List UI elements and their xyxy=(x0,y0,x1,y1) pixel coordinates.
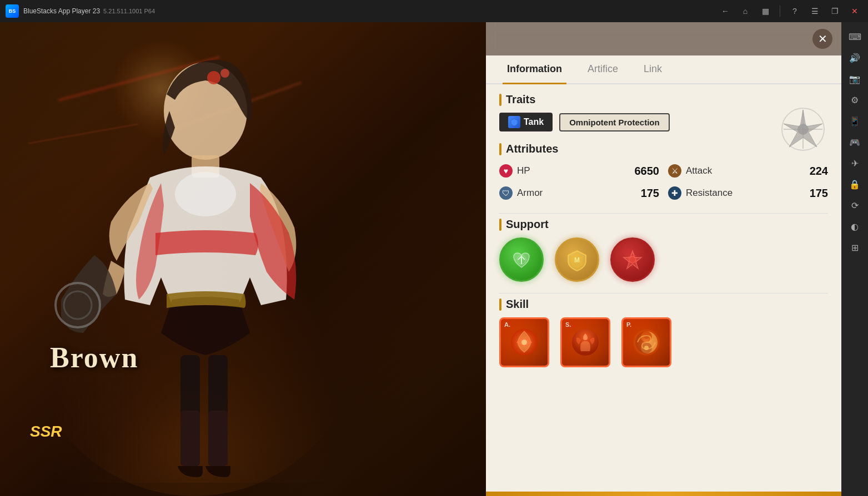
character-rank: SSR xyxy=(30,423,62,440)
hp-row: ♥ HP 6650 xyxy=(499,162,659,180)
phone-icon[interactable]: 📱 xyxy=(845,111,865,131)
bottom-divider xyxy=(486,492,841,496)
character-name: Brown xyxy=(50,341,138,374)
attack-icon: ⚔ xyxy=(668,164,681,178)
traits-row: Tank Omnipotent Protection xyxy=(499,113,828,131)
resistance-value: 175 xyxy=(810,187,828,200)
svg-text:M: M xyxy=(574,256,580,264)
attack-label-group: ⚔ Attack xyxy=(668,164,712,178)
resistance-label: Resistance xyxy=(686,188,732,199)
character-silhouette xyxy=(0,22,455,496)
resistance-label-group: ✚ Resistance xyxy=(668,186,732,200)
menu-button[interactable]: ☰ xyxy=(807,3,822,19)
airplane-icon[interactable]: ✈ xyxy=(845,153,865,173)
panel-header: ✕ xyxy=(486,22,841,55)
skill-item-a[interactable]: A. xyxy=(499,317,549,367)
window-controls: ← ⌂ ▦ ? ☰ ❐ ✕ xyxy=(718,3,862,19)
attack-label: Attack xyxy=(686,165,712,176)
lock-icon[interactable]: 🔒 xyxy=(845,174,865,194)
armor-value: 175 xyxy=(641,187,659,200)
traits-section: Traits Tank Omnipotent Protection xyxy=(499,93,828,131)
skill-label: Skill xyxy=(506,298,529,311)
omnipotent-badge: Omnipotent Protection xyxy=(559,113,670,131)
restore-button[interactable]: ❐ xyxy=(827,3,842,19)
attributes-grid: ♥ HP 6650 ⚔ Attack 224 xyxy=(499,162,828,202)
game-area: BrownSSR ✕ Information Artifice Link Tra… xyxy=(0,22,841,496)
gamepad-icon[interactable]: 🎮 xyxy=(845,132,865,152)
back-button[interactable]: ← xyxy=(718,3,733,19)
resistance-row: ✚ Resistance 175 xyxy=(668,184,828,202)
svg-rect-10 xyxy=(208,411,228,466)
support-icon-1[interactable] xyxy=(499,237,544,282)
attack-row: ⚔ Attack 224 xyxy=(668,162,828,180)
section-separator-2 xyxy=(499,293,828,293)
skill-s-svg xyxy=(571,328,600,357)
help-button[interactable]: ? xyxy=(787,3,802,19)
attributes-section: Attributes ♥ HP 6650 ⚔ xyxy=(499,143,828,202)
svg-point-11 xyxy=(175,172,236,216)
resistance-icon: ✚ xyxy=(668,186,681,200)
support-icon-2[interactable]: M xyxy=(555,237,599,282)
faction-svg xyxy=(778,107,828,151)
support-icon-1-svg xyxy=(509,247,534,272)
support-icon-3-svg xyxy=(620,247,645,272)
volume-icon[interactable]: 🔊 xyxy=(845,48,865,68)
skill-s-label: S. xyxy=(565,321,571,328)
support-section: Support xyxy=(499,218,828,282)
svg-point-3 xyxy=(220,69,229,78)
character-name-area: BrownSSR xyxy=(28,423,62,441)
home-button[interactable]: ⌂ xyxy=(737,3,753,19)
tank-badge: Tank xyxy=(499,113,553,131)
close-panel-button[interactable]: ✕ xyxy=(812,29,832,49)
hp-value: 6650 xyxy=(635,165,660,178)
skill-section-title: Skill xyxy=(499,298,828,311)
svg-rect-9 xyxy=(180,411,200,466)
apps-icon[interactable]: ⊞ xyxy=(845,237,865,257)
armor-label-group: 🛡 Armor xyxy=(499,186,543,200)
app-subtitle: 5.21.511.1001 P64 xyxy=(103,8,155,14)
svg-point-19 xyxy=(629,256,636,263)
info-panel: ✕ Information Artifice Link Traits xyxy=(486,22,841,496)
tank-label: Tank xyxy=(524,117,544,127)
app-title: BlueStacks App Player 23 xyxy=(23,7,100,15)
armor-label: Armor xyxy=(517,188,543,199)
section-separator-1 xyxy=(499,213,828,214)
traits-section-title: Traits xyxy=(499,93,828,106)
bluestacks-sidebar: ⌨ 🔊 📷 ⚙ 📱 🎮 ✈ 🔒 ⟳ ◐ ⊞ xyxy=(841,22,868,496)
support-icon-2-svg: M xyxy=(565,247,589,272)
support-section-bar xyxy=(499,219,501,231)
skill-p-svg xyxy=(632,328,661,357)
omnipotent-label: Omnipotent Protection xyxy=(569,118,660,127)
attack-value: 224 xyxy=(810,165,828,178)
theme-icon[interactable]: ◐ xyxy=(845,216,865,236)
settings-icon[interactable]: ⚙ xyxy=(845,90,865,110)
keyboard-icon[interactable]: ⌨ xyxy=(845,27,865,47)
svg-point-21 xyxy=(521,340,527,345)
close-window-button[interactable]: ✕ xyxy=(847,3,862,19)
support-icons-row: M xyxy=(499,237,828,282)
tab-bar: Information Artifice Link xyxy=(486,55,841,84)
skill-section: Skill A. xyxy=(499,298,828,367)
character-svg xyxy=(6,22,383,483)
rotate-icon[interactable]: ⟳ xyxy=(845,195,865,215)
skill-a-svg xyxy=(510,328,539,357)
tab-artifice[interactable]: Artifice xyxy=(583,55,623,84)
skill-item-s[interactable]: S. xyxy=(560,317,610,367)
skill-p-label: P. xyxy=(626,321,631,328)
support-icon-3[interactable] xyxy=(610,237,655,282)
svg-point-2 xyxy=(207,71,220,84)
skill-item-p[interactable]: P. xyxy=(621,317,671,367)
panel-body: Traits Tank Omnipotent Protection xyxy=(486,84,841,492)
camera-icon[interactable]: 📷 xyxy=(845,69,865,89)
bluestacks-logo: BS xyxy=(6,4,19,18)
tab-information[interactable]: Information xyxy=(503,55,566,84)
attributes-label: Attributes xyxy=(506,143,558,155)
attr-section-bar xyxy=(499,143,501,155)
armor-icon: 🛡 xyxy=(499,186,513,200)
traits-label: Traits xyxy=(506,93,535,106)
tab-link[interactable]: Link xyxy=(639,55,666,84)
titlebar: BS BlueStacks App Player 23 5.21.511.100… xyxy=(0,0,868,22)
hp-label-group: ♥ HP xyxy=(499,164,530,178)
faction-icon xyxy=(778,107,828,151)
multi-button[interactable]: ▦ xyxy=(757,3,773,19)
